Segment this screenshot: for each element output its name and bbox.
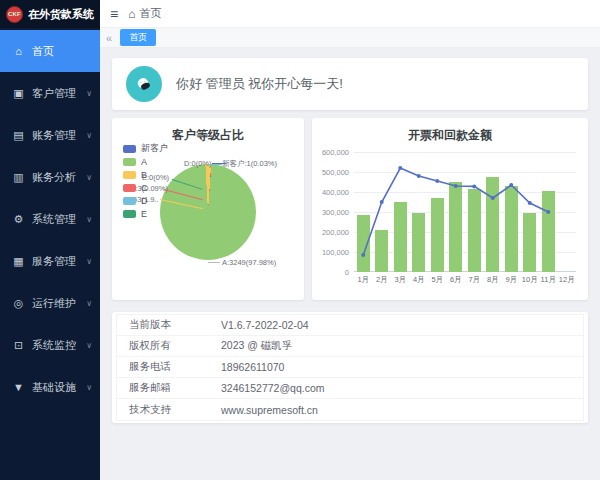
- legend-item-B[interactable]: B: [123, 168, 168, 181]
- y-axis-tick-label: 100,000: [322, 248, 349, 257]
- legend-item-A[interactable]: A: [123, 155, 168, 168]
- legend-swatch: [123, 145, 136, 153]
- x-axis-tick-label: 10月: [522, 275, 538, 285]
- legend-label: A: [141, 157, 147, 167]
- chevron-down-icon: ∨: [86, 173, 92, 182]
- chevron-down-icon: ∨: [86, 341, 92, 350]
- line-data-point[interactable]: [472, 184, 476, 188]
- sidebar-item-2[interactable]: ▤账务管理∨: [0, 114, 100, 156]
- pie-chart-card: 客户等级占比 D:0(0%)新客户:1(0.03%)E:0(0%)C:3(0.0…: [112, 118, 304, 300]
- legend-label: B: [141, 170, 147, 180]
- legend-item-新客户[interactable]: 新客户: [123, 142, 168, 155]
- chevron-down-icon: ∨: [86, 383, 92, 392]
- line-data-point[interactable]: [417, 174, 421, 178]
- logo-bar: CKF 在外货款系统: [0, 0, 100, 28]
- pie-legend: 新客户ABCDE: [123, 142, 168, 220]
- sidebar-menu: ⌂首页▣客户管理∨▤账务管理∨▥账务分析∨⚙系统管理∨▦服务管理∨◎运行维护∨⊡…: [0, 28, 100, 408]
- line-data-point[interactable]: [380, 200, 384, 204]
- sidebar-item-0[interactable]: ⌂首页: [0, 30, 100, 72]
- sidebar-item-4[interactable]: ⚙系统管理∨: [0, 198, 100, 240]
- sidebar-item-8[interactable]: ▼基础设施∨: [0, 366, 100, 408]
- gear-icon: ⚙: [12, 213, 25, 226]
- info-row-value: 2023 @ 磁凯孚: [221, 339, 292, 353]
- legend-swatch: [123, 158, 136, 166]
- tabs-collapse-icon[interactable]: «: [106, 32, 112, 44]
- legend-swatch: [123, 210, 136, 218]
- bar-chart-plot[interactable]: 0100,000200,000300,000400,000500,000600,…: [354, 152, 576, 272]
- pie-graphic[interactable]: [160, 164, 256, 260]
- maintenance-icon: ◎: [12, 297, 25, 310]
- legend-item-E[interactable]: E: [123, 207, 168, 220]
- y-axis-tick-label: 500,000: [322, 168, 349, 177]
- line-data-point[interactable]: [491, 196, 495, 200]
- sidebar: CKF 在外货款系统 ⌂首页▣客户管理∨▤账务管理∨▥账务分析∨⚙系统管理∨▦服…: [0, 0, 100, 480]
- info-row-0: 当前版本V1.6.7-2022-02-04: [117, 315, 583, 336]
- sidebar-item-label: 系统监控: [32, 338, 79, 353]
- sidebar-item-7[interactable]: ⊡系统监控∨: [0, 324, 100, 366]
- sidebar-item-5[interactable]: ▦服务管理∨: [0, 240, 100, 282]
- legend-item-D[interactable]: D: [123, 194, 168, 207]
- sidebar-item-label: 客户管理: [32, 86, 79, 101]
- x-axis-tick-label: 6月: [450, 275, 462, 285]
- legend-item-C[interactable]: C: [123, 181, 168, 194]
- x-axis-tick-label: 3月: [394, 275, 406, 285]
- sidebar-item-3[interactable]: ▥账务分析∨: [0, 156, 100, 198]
- main-area: ≡ ⌂ 首页 « 首页 ☻ 你好 管理员 祝你开心每一天! 客户等级占比: [100, 0, 600, 480]
- info-row-value: 3246152772@qq.com: [221, 382, 325, 394]
- accounting-icon: ▤: [12, 129, 25, 142]
- line-data-point[interactable]: [546, 210, 550, 214]
- sidebar-item-label: 服务管理: [32, 254, 79, 269]
- y-axis-tick-label: 600,000: [322, 148, 349, 157]
- info-row-label: 版权所有: [129, 339, 221, 353]
- info-row-value: www.supremesoft.cn: [221, 404, 318, 416]
- infrastructure-icon: ▼: [12, 381, 25, 393]
- analysis-icon: ▥: [12, 171, 25, 184]
- x-axis-tick-label: 12月: [559, 275, 575, 285]
- sidebar-item-6[interactable]: ◎运行维护∨: [0, 282, 100, 324]
- sidebar-item-label: 系统管理: [32, 212, 79, 227]
- info-row-value: 18962611070: [221, 361, 284, 373]
- legend-swatch: [123, 197, 136, 205]
- sidebar-item-label: 基础设施: [32, 380, 79, 395]
- sidebar-item-label: 首页: [32, 44, 92, 59]
- line-data-point[interactable]: [528, 201, 532, 205]
- line-data-point[interactable]: [435, 179, 439, 183]
- hamburger-icon[interactable]: ≡: [110, 7, 118, 21]
- pie-callout-label: A:3249(97.98%): [222, 258, 276, 267]
- legend-label: D: [141, 196, 148, 206]
- info-row-label: 当前版本: [129, 318, 221, 332]
- x-axis-tick-label: 4月: [413, 275, 425, 285]
- topbar: ≡ ⌂ 首页: [100, 0, 600, 28]
- info-row-label: 服务邮箱: [129, 381, 221, 395]
- sidebar-item-label: 账务管理: [32, 128, 79, 143]
- y-axis-tick-label: 400,000: [322, 188, 349, 197]
- breadcrumb: ⌂ 首页: [128, 6, 161, 21]
- content: ☻ 你好 管理员 祝你开心每一天! 客户等级占比 D:0(0%)新客户:1(0.…: [100, 48, 600, 480]
- bar-chart: 0100,000200,000300,000400,000500,000600,…: [312, 118, 588, 300]
- chevron-down-icon: ∨: [86, 131, 92, 140]
- info-row-4: 技术支持www.supremesoft.cn: [117, 399, 583, 420]
- y-axis-tick-label: 300,000: [322, 208, 349, 217]
- tab-home[interactable]: 首页: [120, 29, 156, 46]
- info-row-value: V1.6.7-2022-02-04: [221, 319, 309, 331]
- home-icon: ⌂: [12, 45, 25, 57]
- sidebar-item-1[interactable]: ▣客户管理∨: [0, 72, 100, 114]
- tabbar: « 首页: [100, 28, 600, 48]
- line-data-point[interactable]: [398, 166, 402, 170]
- line-data-point[interactable]: [361, 253, 365, 257]
- chevron-down-icon: ∨: [86, 215, 92, 224]
- line-data-point[interactable]: [454, 184, 458, 188]
- info-card: 当前版本V1.6.7-2022-02-04版权所有2023 @ 磁凯孚服务电话1…: [112, 312, 588, 423]
- bar-chart-card: 开票和回款金额 0100,000200,000300,000400,000500…: [312, 118, 588, 300]
- greeting-text: 你好 管理员 祝你开心每一天!: [176, 75, 343, 93]
- y-axis-tick-label: 200,000: [322, 228, 349, 237]
- legend-swatch: [123, 171, 136, 179]
- pie-leader-line: [212, 163, 226, 164]
- breadcrumb-home-label[interactable]: 首页: [139, 6, 161, 21]
- avatar: ☻: [126, 66, 162, 102]
- line-data-point[interactable]: [509, 183, 513, 187]
- app-window: CKF 在外货款系统 ⌂首页▣客户管理∨▤账务管理∨▥账务分析∨⚙系统管理∨▦服…: [0, 0, 600, 480]
- info-row-2: 服务电话18962611070: [117, 357, 583, 378]
- x-axis-tick-label: 1月: [357, 275, 369, 285]
- home-icon: ⌂: [128, 7, 135, 21]
